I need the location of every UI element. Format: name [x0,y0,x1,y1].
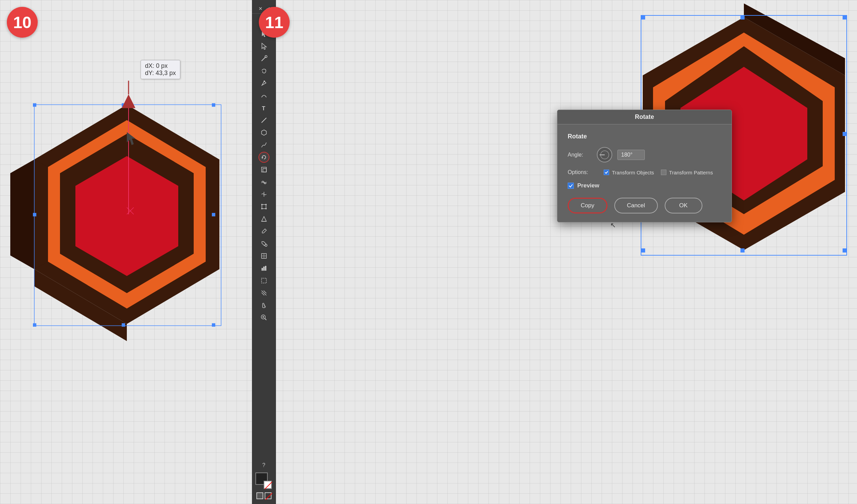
artboard-icon [260,277,268,284]
transform-patterns-group: Transform Patterns [661,170,713,175]
preview-row: Preview [568,182,721,189]
drag-tooltip: dX: 0 px dY: 43,3 px [141,60,180,79]
svg-marker-17 [122,95,135,108]
step-badge-11: 11 [259,7,290,38]
preview-label: Preview [577,182,599,189]
svg-marker-41 [262,217,266,221]
svg-marker-32 [262,157,263,159]
right-panel-step11: 11 Rotate [252,0,857,504]
slice-tool[interactable] [258,287,269,298]
hand-tool[interactable] [258,300,269,311]
line-icon [260,116,268,124]
checkmark-icon [604,170,608,174]
perspective-icon [260,215,268,223]
lasso-tool[interactable] [258,65,269,76]
lasso-icon [260,67,268,75]
svg-rect-63 [641,248,645,253]
angle-input[interactable] [617,150,645,160]
artboard-tool[interactable] [258,275,269,286]
angle-label: Angle: [568,152,592,158]
width-icon [260,190,268,198]
main-container: 10 [0,0,857,504]
svg-rect-13 [212,213,215,217]
free-transform-icon [260,203,268,210]
svg-text:T: T [262,106,265,111]
svg-rect-33 [262,167,266,172]
warp-tool[interactable] [258,176,269,187]
dialog-body: Rotate Angle: Options: [557,124,732,222]
copy-button[interactable]: Copy [568,198,607,213]
svg-rect-8 [33,103,36,107]
svg-rect-14 [122,323,125,327]
wand-icon [260,55,268,62]
stroke-color-swatch[interactable] [264,481,272,489]
svg-point-37 [261,204,263,205]
transform-patterns-checkbox[interactable] [661,170,666,175]
free-transform-tool[interactable] [258,201,269,212]
transform-patterns-label: Transform Patterns [669,170,713,175]
svg-rect-67 [740,248,745,253]
svg-rect-49 [265,266,266,271]
color-swatch-area[interactable] [255,472,273,490]
svg-rect-34 [263,169,266,172]
hand-icon [260,302,268,309]
ok-button[interactable]: OK [665,198,702,213]
rotate-tool[interactable] [258,152,269,163]
line-tool[interactable] [258,115,269,126]
paint-bucket-icon [260,240,268,247]
polygon-tool[interactable] [258,127,269,138]
help-button[interactable]: ? [258,459,269,470]
toolbar-close-icon[interactable]: ✕ [258,6,263,11]
svg-rect-9 [212,103,215,107]
curve-icon [260,92,268,99]
transform-objects-checkbox[interactable] [604,170,609,175]
eyedropper-tool[interactable] [258,226,269,237]
tooltip-dx: dX: 0 px [145,62,176,70]
preview-checkbox[interactable] [568,183,574,189]
angle-dial[interactable] [597,147,612,162]
perspective-grid-tool[interactable] [258,213,269,224]
preview-checkmark-icon [568,183,573,188]
zoom-tool[interactable] [258,312,269,323]
svg-rect-62 [843,15,847,20]
freeform-tool[interactable] [258,139,269,150]
hex-artwork-svg [0,0,252,504]
paint-bucket-tool[interactable] [258,238,269,249]
svg-rect-48 [263,267,265,271]
graph-tool[interactable] [258,263,269,274]
curvature-tool[interactable] [258,90,269,101]
svg-text:?: ? [262,462,265,468]
type-tool[interactable]: T [258,102,269,113]
svg-point-70 [601,151,609,159]
svg-rect-36 [262,205,266,209]
transform-objects-label: Transform Objects [612,170,654,175]
magic-wand-tool[interactable] [258,53,269,64]
pen-tool[interactable] [258,78,269,89]
direct-select-tool[interactable] [258,41,269,52]
svg-rect-50 [262,278,266,283]
freeform-icon [260,141,268,149]
svg-rect-64 [843,248,847,253]
svg-rect-47 [262,268,263,271]
dialog-buttons: Copy Cancel OK [568,198,721,213]
color-mode-fill[interactable] [256,492,263,499]
svg-line-30 [262,118,266,123]
width-tool[interactable] [258,189,269,200]
svg-marker-31 [262,130,266,135]
options-row: Options: Transform Objects Transform Pat… [568,169,721,175]
scale-tool[interactable] [258,164,269,175]
color-mode-stroke[interactable] [265,492,271,499]
dial-icon [600,150,610,160]
svg-point-27 [265,56,267,58]
svg-point-38 [265,204,267,205]
mesh-tool[interactable] [258,250,269,261]
cancel-button[interactable]: Cancel [614,198,658,213]
svg-rect-15 [33,213,36,217]
options-label: Options: [568,169,592,175]
svg-marker-25 [262,43,266,49]
svg-rect-61 [641,15,645,20]
rotate-icon [260,153,268,161]
type-icon: T [260,104,268,112]
right-hex-svg [252,0,857,504]
polygon-icon [260,129,268,136]
